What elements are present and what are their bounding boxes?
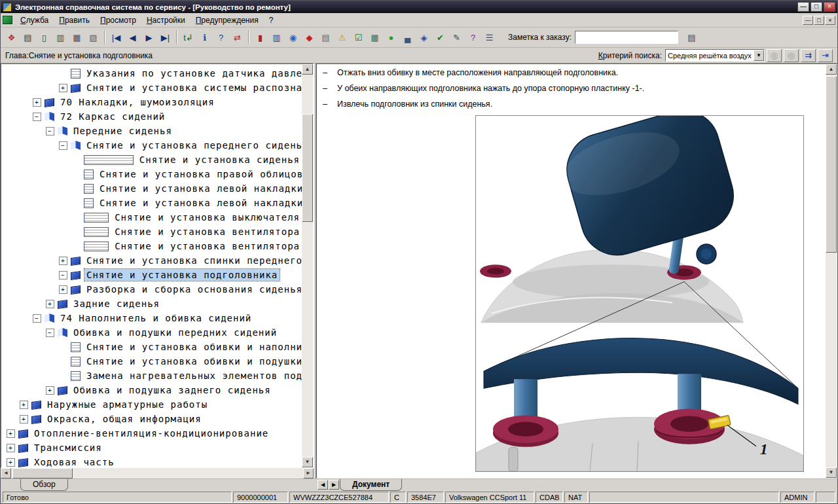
scroll-down-icon[interactable]: ▼ [302,457,313,467]
tree-item[interactable]: +Отопление-вентиляция-кондиционирование [4,426,302,441]
back-history-button[interactable]: t↲ [180,29,196,46]
close-button[interactable]: × [824,2,835,12]
customer-data-button[interactable]: ◈ [416,29,432,46]
tree-scroll-thumb[interactable] [302,114,313,222]
menu-?[interactable]: ? [264,14,279,27]
tree-horizontal-scrollbar[interactable]: ◄ ► [1,468,314,478]
info-button[interactable]: ℹ [196,29,213,46]
switch-view-button[interactable]: ⇄ [229,29,246,46]
expand-plus-icon[interactable]: + [7,444,15,452]
doc-scroll-thumb[interactable] [826,76,837,253]
collapse-minus-icon[interactable]: − [46,329,54,337]
expand-plus-icon[interactable]: + [59,257,67,265]
tree-item[interactable]: +Задние сиденья [4,297,302,311]
expand-plus-icon[interactable]: + [46,300,54,308]
tree-item[interactable]: +Обивка и подушка заднего сиденья [4,383,302,397]
search-criterion-select[interactable]: Средняя решётка воздух ▼ [665,49,765,62]
first-document-button[interactable]: |◀ [108,29,124,46]
service-intervals-button[interactable]: ● [383,29,399,46]
print-selection-button[interactable]: ▧ [85,29,101,46]
find-next-button[interactable]: ◎ [784,49,799,62]
tab-scroll-right-icon[interactable]: ▶ [329,480,339,490]
tree-item[interactable]: Снятие и установка вентилятора [4,239,302,253]
tree-item[interactable]: −74 Наполнитель и обивка сидений [4,311,302,325]
menu-просмотр[interactable]: Просмотр [95,14,141,27]
tree-item[interactable]: +Ходовая часть [4,455,302,467]
maintenance-tables-button[interactable]: ▦ [367,29,383,46]
print-button[interactable]: ▤ [20,29,36,46]
tree-item[interactable]: −Снятие и установка переднего сиденья [4,138,302,153]
mdi-restore-button[interactable]: □ [814,16,824,25]
collapse-minus-icon[interactable]: − [59,141,67,150]
tree-scroll-track[interactable] [302,75,313,457]
expand-plus-icon[interactable]: + [46,386,54,395]
expand-plus-icon[interactable]: + [33,98,41,107]
next-document-button[interactable]: ▶ [141,29,157,46]
tree-item[interactable]: Снятие и установка обивки и наполнителя [4,340,302,354]
mdi-close-button[interactable]: × [825,16,835,25]
tree-item[interactable]: Снятие и установка выключателя [4,210,302,225]
tab-scroll-left-icon[interactable]: ◀ [318,480,328,490]
maximize-button[interactable]: □ [811,2,822,12]
tree-item[interactable]: Снятие и установка левой накладки [4,181,302,196]
collapse-minus-icon[interactable]: − [59,271,67,279]
new-document-button[interactable]: ▯ [36,29,52,46]
inspection-lists-button[interactable]: ☑ [350,29,367,46]
doc-scroll-up-icon[interactable]: ▲ [826,64,837,75]
tree-item[interactable]: −72 Каркас сидений [4,109,302,124]
expand-plus-icon[interactable]: + [7,458,15,467]
expand-plus-icon[interactable]: + [20,401,28,409]
help-button[interactable]: ? [213,29,229,46]
menu-служба[interactable]: Служба [15,14,54,27]
find-previous-button[interactable]: ◎ [767,49,782,62]
tree-item[interactable]: +Снятие и установка системы распознавани… [4,81,302,95]
tree-item[interactable]: Замена нагревательных элементов подушки [4,369,302,383]
tree-hscroll-track[interactable] [11,468,303,478]
collapse-minus-icon[interactable]: − [33,113,41,121]
tree-item[interactable]: +Окраска, общая информация [4,412,302,426]
tree-item[interactable]: Снятие и установка сиденья [4,153,302,167]
tab-overview[interactable]: Обзор [20,479,68,491]
minimize-button[interactable]: — [797,2,809,12]
repair-manual-button[interactable]: ▮ [252,29,268,46]
vehicle-data-button[interactable]: ▄ [399,29,416,46]
tree-hscroll-thumb[interactable] [12,468,73,478]
collapse-minus-icon[interactable]: − [33,314,41,323]
technical-bulletins-button[interactable]: ◆ [301,29,318,46]
menu-настройки[interactable]: Настройки [141,14,191,27]
tree-item[interactable]: Снятие и установка правой облицовки [4,167,302,181]
confirm-document-button[interactable]: ✔ [432,29,448,46]
tree-item[interactable]: +Снятие и установка спинки переднего [4,253,302,268]
tree-item[interactable]: +Трансмиссия [4,441,302,455]
document-query-button[interactable]: ? [465,29,481,46]
chevron-down-icon[interactable]: ▼ [754,50,764,61]
order-note-input[interactable] [575,31,678,44]
tree-item[interactable]: +70 Накладки, шумоизоляция [4,95,302,109]
tree-item[interactable]: −Снятие и установка подголовника [4,268,302,282]
print-preview-button[interactable]: ▥ [52,29,69,46]
body-repairs-button[interactable]: ◉ [285,29,301,46]
last-document-button[interactable]: ▶| [157,29,173,46]
document-list-button[interactable]: ▤ [318,29,334,46]
tree-item[interactable]: −Обивка и подушки передних сидений [4,325,302,340]
tree-item[interactable]: Снятие и установка левой накладки [4,196,302,210]
previous-document-button[interactable]: ◀ [124,29,141,46]
doc-scroll-track[interactable] [826,75,837,467]
edit-note-button[interactable]: ✎ [448,29,465,46]
next-window-button[interactable]: ⇥ [818,49,833,62]
scroll-right-icon[interactable]: ► [303,468,314,478]
tab-document[interactable]: Документ [340,479,402,491]
tree-vertical-scrollbar[interactable]: ▲ ▼ [302,64,313,467]
expand-plus-icon[interactable]: + [59,285,67,294]
doc-scroll-down-icon[interactable]: ▼ [826,467,837,478]
tree-item[interactable]: Указания по установке датчика давления [4,66,302,81]
tree-item[interactable]: −Передние сиденья [4,124,302,138]
print-document-button[interactable]: ▦ [69,29,85,46]
tree-item[interactable]: Снятие и установка обивки и подушки [4,354,302,369]
child-window-icon[interactable] [3,16,12,24]
expand-plus-icon[interactable]: + [59,84,67,92]
scroll-left-icon[interactable]: ◄ [1,468,11,478]
collapse-minus-icon[interactable]: − [46,127,54,135]
menu-предупреждения[interactable]: Предупреждения [191,14,264,27]
document-vertical-scrollbar[interactable]: ▲ ▼ [826,64,837,478]
